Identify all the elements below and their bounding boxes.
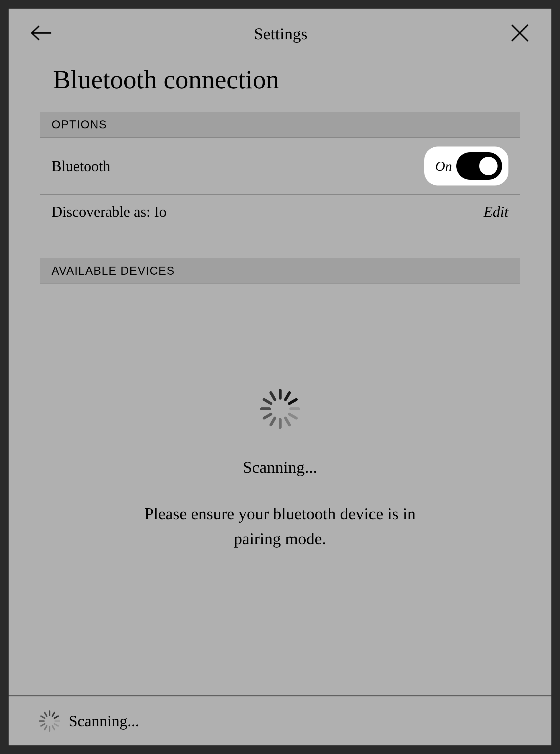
discoverable-label: Discoverable as: Io <box>52 203 166 220</box>
settings-panel: Settings Bluetooth connection OPTIONS Bl… <box>8 8 552 746</box>
footer-bar: Scanning... <box>8 696 552 746</box>
section-spacer <box>8 229 552 258</box>
toggle-switch <box>456 152 502 180</box>
bluetooth-toggle-row: Bluetooth On <box>40 138 520 195</box>
scanning-content-area: Scanning... Please ensure your bluetooth… <box>8 284 552 696</box>
options-section-header: OPTIONS <box>40 112 520 138</box>
close-button[interactable] <box>510 23 530 44</box>
loading-spinner-icon <box>260 389 300 429</box>
close-icon <box>510 23 530 43</box>
bluetooth-label: Bluetooth <box>52 158 110 175</box>
toggle-state-label: On <box>435 158 452 174</box>
back-arrow-icon <box>30 25 52 41</box>
toggle-knob <box>476 154 500 178</box>
bluetooth-toggle[interactable]: On <box>424 147 508 186</box>
edit-discoverable-button[interactable]: Edit <box>483 203 508 220</box>
back-button[interactable] <box>30 25 52 42</box>
header-bar: Settings <box>8 8 552 56</box>
header-title: Settings <box>254 24 308 43</box>
scanning-status-text: Scanning... <box>243 458 317 477</box>
scanning-instruction-text: Please ensure your bluetooth device is i… <box>123 501 438 551</box>
footer-spinner-icon <box>39 710 60 732</box>
options-header-text: OPTIONS <box>52 118 508 131</box>
footer-status-text: Scanning... <box>69 712 139 730</box>
page-title: Bluetooth connection <box>8 56 552 112</box>
devices-section-header: AVAILABLE DEVICES <box>40 258 520 284</box>
devices-header-text: AVAILABLE DEVICES <box>52 264 508 277</box>
discoverable-row: Discoverable as: Io Edit <box>40 195 520 229</box>
